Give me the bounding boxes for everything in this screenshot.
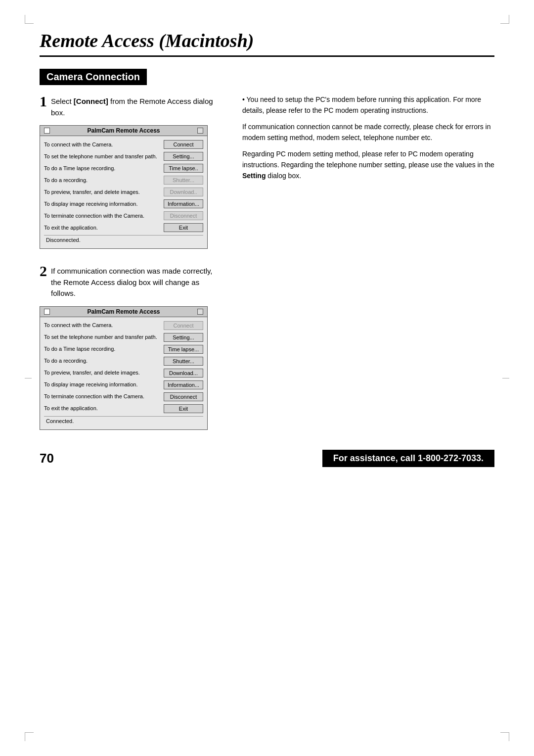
corner-mark-bl <box>25 732 34 741</box>
dialog2-status: Connected. <box>44 416 203 425</box>
dialog1-row-2: To set the telephone number and transfer… <box>44 152 203 161</box>
step2-text: If communication connection was made cor… <box>51 264 222 299</box>
dialog1-btn-download[interactable]: Download.. <box>164 188 203 196</box>
dialog2-row-4: To do a recording. Shutter... <box>44 357 203 366</box>
dialog2-btn-exit[interactable]: Exit <box>164 404 203 413</box>
dialog2-row-6: To display image receiving information. … <box>44 380 203 389</box>
corner-mark-tr <box>500 15 509 24</box>
dialog2-body: To connect with the Camera. Connect To s… <box>40 317 207 429</box>
bold-setting: Setting <box>242 172 266 180</box>
dialog2-btn-disconnect[interactable]: Disconnect <box>164 392 203 401</box>
step2-text-content: If communication connection was made cor… <box>51 267 213 297</box>
dialog1-titlebar: PalmCam Remote Access <box>40 126 207 136</box>
dialog1-btn-shutter[interactable]: Shutter... <box>164 176 203 185</box>
dialog2-btn-setting[interactable]: Setting... <box>164 333 203 342</box>
dialog1-btn-connect[interactable]: Connect <box>164 140 203 149</box>
step2-number: 2 <box>40 264 47 279</box>
step2-intro: 2 If communication connection was made c… <box>40 264 222 299</box>
step1-content-area: 1 Select [Connect] from the Remote Acces… <box>40 94 494 249</box>
page: Remote Access (Macintosh) Camera Connect… <box>0 0 534 756</box>
page-title: Remote Access (Macintosh) <box>40 30 494 57</box>
dialog1-btn-setting[interactable]: Setting... <box>164 152 203 161</box>
dialog1-btn-exit[interactable]: Exit <box>164 223 203 232</box>
dialog1-btn-information[interactable]: Information... <box>164 199 203 208</box>
dialog2-btn-download[interactable]: Download... <box>164 369 203 378</box>
dialog2-btn-timelapse[interactable]: Time lapse... <box>164 345 203 354</box>
corner-mark-br <box>500 732 509 741</box>
dialog2-label-4: To do a recording. <box>44 357 160 364</box>
dialog1-label-1: To connect with the Camera. <box>44 141 160 148</box>
step2-right-col <box>242 264 494 430</box>
dialog2-close[interactable] <box>197 309 203 315</box>
dialog1-close[interactable] <box>197 128 203 134</box>
dialog2-icon <box>44 309 50 315</box>
step2-left-col: 2 If communication connection was made c… <box>40 264 222 430</box>
dialog2-label-8: To exit the application. <box>44 405 160 412</box>
assistance-box: For assistance, call 1-800-272-7033. <box>322 450 494 467</box>
right-col-p3: Regarding PC modem setting method, pleas… <box>242 148 494 182</box>
dialog1-label-4: To do a recording. <box>44 177 160 184</box>
dialog1-btn-timelapse[interactable]: Time lapse.. <box>164 164 203 173</box>
step1-bold: [Connect] <box>74 97 108 105</box>
dialog2-row-5: To preview, transfer, and delete images.… <box>44 369 203 378</box>
dialog1-row-5: To preview, transfer, and delete images.… <box>44 188 203 196</box>
dialog1-title: PalmCam Remote Access <box>53 127 194 134</box>
side-mark-right <box>502 378 509 378</box>
dialog1-icon <box>44 128 50 134</box>
dialog2-row-2: To set the telephone number and transfer… <box>44 333 203 342</box>
right-col-p1: • You need to setup the PC's modem befor… <box>242 94 494 116</box>
step1-intro: 1 Select [Connect] from the Remote Acces… <box>40 94 222 118</box>
dialog1-label-3: To do a Time lapse recording. <box>44 165 160 172</box>
dialog2-titlebar: PalmCam Remote Access <box>40 307 207 317</box>
dialog2-row-7: To terminate connection with the Camera.… <box>44 392 203 401</box>
dialog1-btn-disconnect[interactable]: Disconnect <box>164 211 203 220</box>
step2-full-row: 2 If communication connection was made c… <box>40 264 494 430</box>
dialog2-title: PalmCam Remote Access <box>53 308 194 315</box>
step2-area: 2 If communication connection was made c… <box>40 264 494 430</box>
dialog2-row-8: To exit the application. Exit <box>44 404 203 413</box>
dialog1-label-2: To set the telephone number and transfer… <box>44 153 160 160</box>
dialog1-status: Disconnected. <box>44 235 203 244</box>
step1-left-col: 1 Select [Connect] from the Remote Acces… <box>40 94 222 249</box>
dialog1-row-1: To connect with the Camera. Connect <box>44 140 203 149</box>
dialog1-label-7: To terminate connection with the Camera. <box>44 212 160 219</box>
dialog2-label-7: To terminate connection with the Camera. <box>44 393 160 400</box>
dialog1-label-5: To preview, transfer, and delete images. <box>44 189 160 195</box>
page-number: 70 <box>40 451 54 466</box>
dialog2-row-3: To do a Time lapse recording. Time lapse… <box>44 345 203 354</box>
dialog2-label-2: To set the telephone number and transfer… <box>44 333 160 340</box>
dialog1-label-8: To exit the application. <box>44 224 160 231</box>
dialog1-row-4: To do a recording. Shutter... <box>44 176 203 185</box>
dialog2: PalmCam Remote Access To connect with th… <box>40 306 208 430</box>
side-mark-left <box>25 378 32 378</box>
dialog1-body: To connect with the Camera. Connect To s… <box>40 136 207 248</box>
dialog2-row-1: To connect with the Camera. Connect <box>44 321 203 330</box>
right-col-p2: If communication connection cannot be ma… <box>242 121 494 143</box>
dialog2-btn-connect[interactable]: Connect <box>164 321 203 330</box>
step1-text-before: Select <box>51 97 74 105</box>
corner-mark-tl <box>25 15 34 24</box>
footer: 70 For assistance, call 1-800-272-7033. <box>40 450 494 467</box>
step1-number: 1 <box>40 94 47 109</box>
dialog1-label-6: To display image receiving information. <box>44 200 160 207</box>
step1-text: Select [Connect] from the Remote Access … <box>51 94 222 118</box>
dialog2-label-5: To preview, transfer, and delete images. <box>44 369 160 376</box>
dialog2-btn-shutter[interactable]: Shutter... <box>164 357 203 366</box>
dialog2-label-1: To connect with the Camera. <box>44 322 160 329</box>
dialog1: PalmCam Remote Access To connect with th… <box>40 125 208 249</box>
right-col: • You need to setup the PC's modem befor… <box>242 94 494 249</box>
dialog1-row-3: To do a Time lapse recording. Time lapse… <box>44 164 203 173</box>
dialog2-btn-information[interactable]: Information... <box>164 380 203 389</box>
dialog1-row-7: To terminate connection with the Camera.… <box>44 211 203 220</box>
dialog1-row-8: To exit the application. Exit <box>44 223 203 232</box>
dialog2-label-3: To do a Time lapse recording. <box>44 345 160 352</box>
dialog1-row-6: To display image receiving information. … <box>44 199 203 208</box>
section-header: Camera Connection <box>40 69 147 85</box>
dialog2-label-6: To display image receiving information. <box>44 381 160 388</box>
